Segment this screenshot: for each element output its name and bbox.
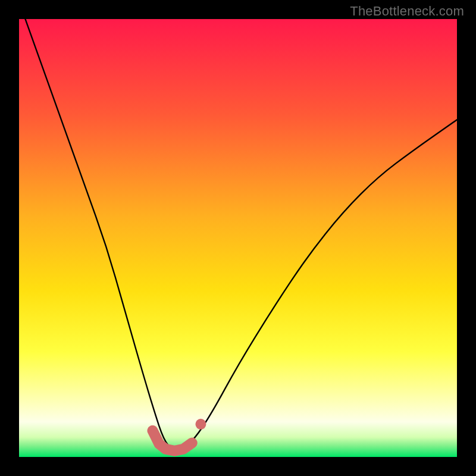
highlighted-range-detached-dot — [195, 419, 206, 430]
bottleneck-chart — [19, 19, 457, 457]
chart-frame: TheBottleneck.com — [0, 0, 476, 476]
watermark-text: TheBottleneck.com — [350, 4, 464, 19]
gradient-background — [19, 19, 457, 457]
